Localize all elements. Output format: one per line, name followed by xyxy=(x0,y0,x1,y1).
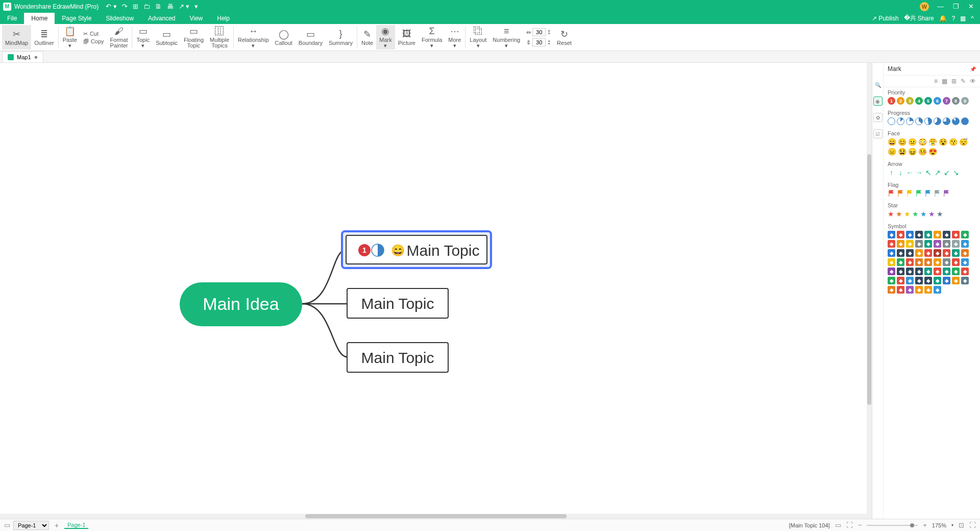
symbol-8[interactable]: ◆ xyxy=(961,231,969,238)
progress-4[interactable] xyxy=(924,117,932,125)
menu-page-style[interactable]: Page Style xyxy=(55,13,99,24)
menu-view[interactable]: View xyxy=(182,13,210,24)
topic-width-field[interactable]: ⇔ ▲▼ xyxy=(526,28,551,36)
zoom-slider[interactable] xyxy=(867,525,918,526)
progress-2[interactable] xyxy=(906,117,914,125)
collapse-ribbon-icon[interactable]: ^ xyxy=(971,15,974,22)
cut-button[interactable]: ✂ Cut xyxy=(83,31,104,37)
find-icon[interactable]: 🔍 xyxy=(873,80,883,89)
progress-0[interactable] xyxy=(888,117,895,125)
face-8[interactable]: 😑 xyxy=(888,148,896,156)
share-button[interactable]: �共 Share xyxy=(904,14,934,22)
symbol-4[interactable]: ◆ xyxy=(924,231,932,238)
topic-button[interactable]: ▭Topic▾ xyxy=(133,25,153,50)
menu-home[interactable]: Home xyxy=(24,13,55,24)
symbol-17[interactable]: ◆ xyxy=(961,240,969,248)
boundary-button[interactable]: ▭Boundary xyxy=(296,25,326,50)
face-10[interactable]: 😖 xyxy=(908,148,917,156)
visibility-icon[interactable]: 👁 xyxy=(970,78,976,85)
symbol-55[interactable]: ◆ xyxy=(897,286,904,294)
formula-button[interactable]: ΣFormula▾ xyxy=(419,25,445,50)
canvas[interactable]: Main Idea 1 😄 Main Topic Main Topic Main… xyxy=(0,63,872,519)
symbol-13[interactable]: ◆ xyxy=(924,240,932,248)
symbol-6[interactable]: ◆ xyxy=(943,231,950,238)
symbol-38[interactable]: ◆ xyxy=(906,268,914,275)
numbering-button[interactable]: ≡Numbering▾ xyxy=(489,25,523,50)
symbol-24[interactable]: ◆ xyxy=(943,249,950,257)
symbol-35[interactable]: ◆ xyxy=(961,258,969,266)
maximize-icon[interactable]: ❐ xyxy=(953,3,959,10)
more-button[interactable]: ⋯More▾ xyxy=(445,25,464,50)
star-3[interactable]: ★ xyxy=(912,210,919,218)
zoom-value[interactable]: 175% xyxy=(932,522,946,528)
doc-tab-close-icon[interactable]: ● xyxy=(34,53,38,61)
print-icon[interactable]: 🖶 xyxy=(167,3,174,10)
summary-button[interactable]: }Summary xyxy=(326,25,356,50)
arrow-1[interactable]: ↓ xyxy=(897,168,904,177)
symbol-48[interactable]: ◆ xyxy=(915,277,923,284)
panel-pin-icon[interactable]: 📌 xyxy=(970,66,976,72)
symbol-29[interactable]: ◆ xyxy=(906,258,914,266)
topic-height-field[interactable]: ⇕ ▲▼ xyxy=(526,38,551,46)
face-4[interactable]: 😤 xyxy=(928,138,937,146)
save-icon[interactable]: 🗎 xyxy=(155,3,162,10)
arrow-5[interactable]: ↗ xyxy=(934,168,941,177)
progress-5[interactable] xyxy=(934,117,941,125)
star-0[interactable]: ★ xyxy=(888,210,894,218)
flag-3[interactable] xyxy=(915,189,923,197)
priority-7[interactable]: 7 xyxy=(943,97,950,105)
picture-button[interactable]: 🖼Picture xyxy=(395,25,419,50)
mark-tab-icon[interactable]: ◉ xyxy=(873,96,883,106)
face-0[interactable]: 😄 xyxy=(888,138,896,146)
arrow-7[interactable]: ↘ xyxy=(952,168,960,177)
symbol-57[interactable]: ◆ xyxy=(915,286,923,294)
fit-icon[interactable]: ⛶ xyxy=(846,521,853,529)
symbol-30[interactable]: ◆ xyxy=(915,258,923,266)
symbol-42[interactable]: ◆ xyxy=(943,268,950,275)
symbol-47[interactable]: ◆ xyxy=(906,277,914,284)
outliner-button[interactable]: ≣Outliner xyxy=(31,25,57,50)
copy-button[interactable]: 🗐 Copy xyxy=(83,38,104,44)
arrow-2[interactable]: ← xyxy=(906,168,914,177)
symbol-36[interactable]: ◆ xyxy=(888,268,895,275)
symbol-19[interactable]: ◆ xyxy=(897,249,904,257)
flag-1[interactable] xyxy=(897,189,904,197)
task-tab-icon[interactable]: ☑ xyxy=(873,129,883,138)
face-9[interactable]: 😫 xyxy=(898,148,906,156)
symbol-51[interactable]: ◆ xyxy=(943,277,950,284)
reset-button[interactable]: ↻Reset xyxy=(554,25,575,50)
menu-slideshow[interactable]: Slideshow xyxy=(99,13,141,24)
horizontal-scrollbar[interactable] xyxy=(0,514,872,519)
symbol-52[interactable]: ◆ xyxy=(952,277,960,284)
symbol-1[interactable]: ◆ xyxy=(897,231,904,238)
add-page-button[interactable]: + xyxy=(52,521,61,530)
symbol-58[interactable]: ◆ xyxy=(924,286,932,294)
help-icon[interactable]: ? xyxy=(952,15,955,22)
multiple-topics-button[interactable]: ⿲Multiple Topics xyxy=(207,25,232,50)
flag-5[interactable] xyxy=(934,189,941,197)
new-icon[interactable]: ⊞ xyxy=(133,3,138,10)
present-icon[interactable]: ▭ xyxy=(835,521,841,529)
focus-icon[interactable]: ⊡ xyxy=(959,521,964,529)
star-1[interactable]: ★ xyxy=(896,210,902,218)
priority-5[interactable]: 5 xyxy=(924,97,932,105)
export-icon[interactable]: ↗ ▾ xyxy=(179,3,190,10)
symbol-59[interactable]: ◆ xyxy=(934,286,941,294)
subtopic-button[interactable]: ▭Subtopic xyxy=(153,25,181,50)
qat-customize-icon[interactable]: ▾ xyxy=(194,3,198,10)
symbol-20[interactable]: ◆ xyxy=(906,249,914,257)
undo-icon[interactable]: ↶ ▾ xyxy=(106,3,117,10)
symbol-45[interactable]: ◆ xyxy=(888,277,895,284)
vertical-scrollbar[interactable] xyxy=(867,63,872,519)
symbol-0[interactable]: ◆ xyxy=(888,231,895,238)
face-6[interactable]: 😗 xyxy=(949,138,958,146)
grid-view-icon[interactable]: ▦ xyxy=(942,78,947,85)
face-3[interactable]: 😳 xyxy=(918,138,927,146)
face-12[interactable]: 😍 xyxy=(928,148,937,156)
add-group-icon[interactable]: ⊞ xyxy=(951,78,957,85)
symbol-31[interactable]: ◆ xyxy=(924,258,932,266)
face-7[interactable]: 😴 xyxy=(959,138,968,146)
face-5[interactable]: 😵 xyxy=(939,138,947,146)
menu-help[interactable]: Help xyxy=(210,13,237,24)
symbol-10[interactable]: ◆ xyxy=(897,240,904,248)
